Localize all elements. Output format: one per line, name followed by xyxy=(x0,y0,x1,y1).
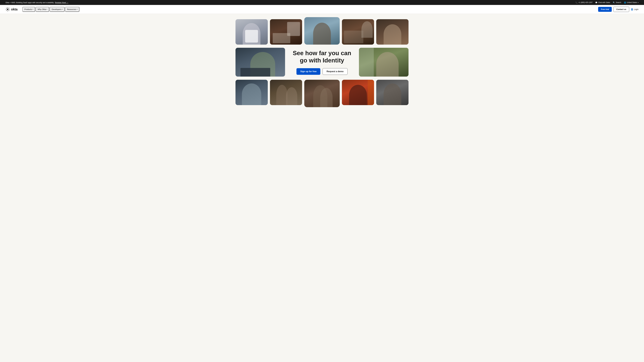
nav-products[interactable]: Products ▾ xyxy=(22,7,35,12)
photo-card-man-window xyxy=(359,48,408,76)
photo-card-doctor xyxy=(236,19,268,45)
chevron-icon-resources: ▾ xyxy=(77,8,78,10)
logo-text: okta xyxy=(11,7,18,11)
region-selector[interactable]: 🌐 United States ▾ xyxy=(624,1,638,3)
photo-card-woman-computer xyxy=(236,48,285,76)
announcement-left: Okta + AWS: Building SaaS apps with secu… xyxy=(6,1,68,3)
search-button[interactable]: 🔍 Search xyxy=(613,1,621,3)
photo-row-1 xyxy=(236,19,408,45)
photo-card-bearded-man xyxy=(376,80,408,105)
main-nav: okta Products ▾ Why Okta ▾ Developers ▾ … xyxy=(0,5,644,14)
photo-card-office-pres xyxy=(342,19,374,45)
photo-card-orange-bg xyxy=(342,80,374,105)
login-button[interactable]: 👤 Login xyxy=(631,8,638,10)
chat-icon: 💬 xyxy=(595,1,598,3)
announcement-bar: Okta + AWS: Building SaaS apps with secu… xyxy=(0,0,644,5)
announcement-right: 📞 +1 (800) 425-1267 💬 Chat with Sales 🔍 … xyxy=(576,1,638,3)
announcement-text: Okta + AWS: Building SaaS apps with secu… xyxy=(6,1,54,3)
photo-card-two-people-tablet xyxy=(304,80,340,107)
demo-button[interactable]: Request a demo xyxy=(322,68,348,75)
photo-row-2: See how far you can go with Identity Sig… xyxy=(236,47,408,77)
photo-card-woman-tablet xyxy=(376,19,408,45)
photo-grid: See how far you can go with Identity Sig… xyxy=(233,19,411,107)
announcement-cta[interactable]: Register Now! → xyxy=(55,1,68,3)
cta-buttons: Sign up for free Request a demo xyxy=(293,68,351,75)
nav-links: Products ▾ Why Okta ▾ Developers ▾ Resou… xyxy=(22,7,79,12)
okta-logo-icon xyxy=(6,7,10,11)
chevron-icon-why-okta: ▾ xyxy=(46,8,47,10)
photo-row-3 xyxy=(236,80,408,105)
photo-card-team-meeting xyxy=(270,19,302,45)
phone-number[interactable]: 📞 +1 (800) 425-1267 xyxy=(576,1,592,3)
hero-section: See how far you can go with Identity Sig… xyxy=(0,14,644,362)
signup-button[interactable]: Sign up for free xyxy=(296,68,320,75)
nav-developers[interactable]: Developers ▾ xyxy=(50,7,64,12)
person-icon: 👤 xyxy=(631,8,633,10)
globe-icon: 🌐 xyxy=(624,1,626,3)
cta-block: See how far you can go with Identity Sig… xyxy=(287,47,356,77)
chevron-down-icon: ▾ xyxy=(638,2,638,3)
chat-sales[interactable]: 💬 Chat with Sales xyxy=(595,1,610,3)
svg-line-7 xyxy=(9,8,9,8)
nav-right: Free trial Contact us 👤 Login xyxy=(598,7,638,12)
svg-point-0 xyxy=(7,9,8,10)
search-icon: 🔍 xyxy=(613,1,615,3)
photo-card-woman-laptop xyxy=(236,80,268,105)
nav-resources[interactable]: Resources ▾ xyxy=(65,7,79,12)
nav-why-okta[interactable]: Why Okta ▾ xyxy=(36,7,49,12)
svg-line-5 xyxy=(6,8,7,8)
svg-line-6 xyxy=(9,10,9,11)
free-trial-button[interactable]: Free trial xyxy=(598,7,612,12)
phone-icon: 📞 xyxy=(576,1,578,3)
svg-line-8 xyxy=(6,10,7,11)
contact-button[interactable]: Contact us xyxy=(614,7,629,12)
chevron-icon-products: ▾ xyxy=(32,8,33,10)
hero-heading: See how far you can go with Identity xyxy=(293,49,351,64)
photo-card-two-men xyxy=(270,80,302,105)
photo-card-man-tablet xyxy=(304,17,340,45)
chevron-icon-developers: ▾ xyxy=(62,8,62,10)
nav-left: okta Products ▾ Why Okta ▾ Developers ▾ … xyxy=(6,7,79,12)
okta-logo[interactable]: okta xyxy=(6,7,18,11)
